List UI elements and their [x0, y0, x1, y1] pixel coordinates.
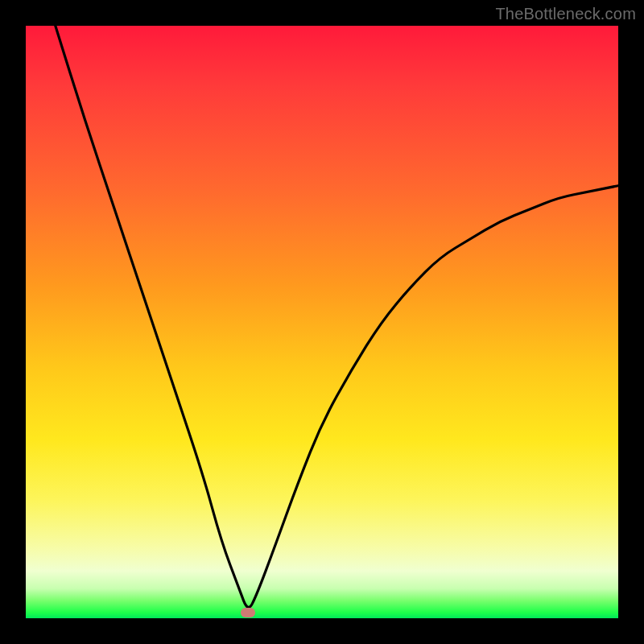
watermark-text: TheBottleneck.com — [495, 5, 636, 23]
plot-area — [26, 26, 618, 618]
chart-frame: TheBottleneck.com — [0, 0, 644, 644]
bottleneck-curve — [26, 26, 618, 618]
optimum-marker — [241, 608, 255, 617]
